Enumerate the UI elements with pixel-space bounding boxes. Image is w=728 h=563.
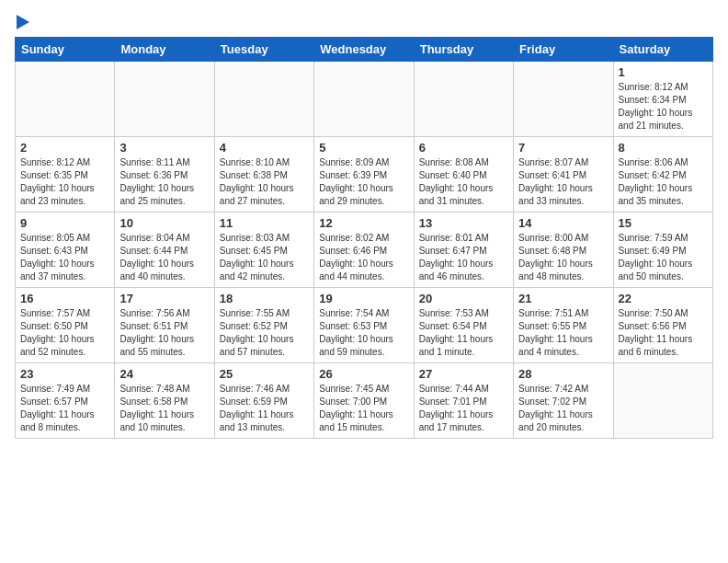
day-info: Sunrise: 7:45 AM Sunset: 7:00 PM Dayligh… bbox=[319, 383, 408, 434]
calendar-cell: 11Sunrise: 8:03 AM Sunset: 6:45 PM Dayli… bbox=[214, 213, 313, 288]
day-number: 23 bbox=[20, 367, 109, 381]
day-number: 9 bbox=[20, 216, 109, 230]
calendar-cell: 1Sunrise: 8:12 AM Sunset: 6:34 PM Daylig… bbox=[613, 62, 712, 137]
day-info: Sunrise: 8:12 AM Sunset: 6:35 PM Dayligh… bbox=[20, 156, 109, 208]
day-number: 2 bbox=[20, 141, 109, 155]
calendar-cell: 4Sunrise: 8:10 AM Sunset: 6:38 PM Daylig… bbox=[214, 137, 313, 213]
calendar-week-row: 16Sunrise: 7:57 AM Sunset: 6:50 PM Dayli… bbox=[16, 288, 713, 363]
calendar-header-row: SundayMondayTuesdayWednesdayThursdayFrid… bbox=[16, 38, 713, 62]
day-header-friday: Friday bbox=[514, 38, 613, 62]
day-info: Sunrise: 7:44 AM Sunset: 7:01 PM Dayligh… bbox=[419, 383, 508, 434]
day-header-sunday: Sunday bbox=[16, 38, 115, 62]
calendar-cell: 23Sunrise: 7:49 AM Sunset: 6:57 PM Dayli… bbox=[16, 363, 115, 439]
day-info: Sunrise: 8:08 AM Sunset: 6:40 PM Dayligh… bbox=[419, 156, 508, 208]
page-header bbox=[15, 15, 713, 29]
day-number: 27 bbox=[419, 367, 508, 381]
day-info: Sunrise: 7:46 AM Sunset: 6:59 PM Dayligh… bbox=[220, 383, 309, 434]
day-info: Sunrise: 8:02 AM Sunset: 6:46 PM Dayligh… bbox=[319, 232, 408, 283]
day-info: Sunrise: 7:50 AM Sunset: 6:56 PM Dayligh… bbox=[619, 307, 708, 359]
day-info: Sunrise: 8:06 AM Sunset: 6:42 PM Dayligh… bbox=[619, 156, 708, 208]
calendar-week-row: 2Sunrise: 8:12 AM Sunset: 6:35 PM Daylig… bbox=[16, 137, 713, 213]
calendar-cell: 18Sunrise: 7:55 AM Sunset: 6:52 PM Dayli… bbox=[214, 288, 313, 363]
calendar-cell bbox=[613, 363, 712, 439]
logo bbox=[15, 15, 29, 29]
calendar-week-row: 9Sunrise: 8:05 AM Sunset: 6:43 PM Daylig… bbox=[16, 213, 713, 288]
day-number: 13 bbox=[419, 216, 508, 230]
day-number: 22 bbox=[619, 292, 708, 305]
day-info: Sunrise: 7:49 AM Sunset: 6:57 PM Dayligh… bbox=[20, 383, 109, 434]
calendar-cell: 7Sunrise: 8:07 AM Sunset: 6:41 PM Daylig… bbox=[514, 137, 613, 213]
day-info: Sunrise: 7:55 AM Sunset: 6:52 PM Dayligh… bbox=[220, 307, 309, 359]
day-info: Sunrise: 8:03 AM Sunset: 6:45 PM Dayligh… bbox=[220, 232, 309, 283]
calendar-cell: 5Sunrise: 8:09 AM Sunset: 6:39 PM Daylig… bbox=[314, 137, 414, 213]
calendar-cell: 28Sunrise: 7:42 AM Sunset: 7:02 PM Dayli… bbox=[514, 363, 613, 439]
logo-arrow-icon bbox=[17, 15, 29, 29]
day-number: 4 bbox=[220, 141, 309, 155]
calendar-cell: 2Sunrise: 8:12 AM Sunset: 6:35 PM Daylig… bbox=[16, 137, 115, 213]
day-info: Sunrise: 7:42 AM Sunset: 7:02 PM Dayligh… bbox=[518, 383, 608, 434]
calendar-cell: 27Sunrise: 7:44 AM Sunset: 7:01 PM Dayli… bbox=[414, 363, 513, 439]
day-info: Sunrise: 8:01 AM Sunset: 6:47 PM Dayligh… bbox=[419, 232, 508, 283]
calendar-cell: 10Sunrise: 8:04 AM Sunset: 6:44 PM Dayli… bbox=[115, 213, 214, 288]
calendar-cell bbox=[514, 62, 613, 137]
calendar-cell bbox=[414, 62, 513, 137]
calendar-cell: 3Sunrise: 8:11 AM Sunset: 6:36 PM Daylig… bbox=[115, 137, 214, 213]
day-info: Sunrise: 8:10 AM Sunset: 6:38 PM Dayligh… bbox=[220, 156, 309, 208]
calendar-cell: 12Sunrise: 8:02 AM Sunset: 6:46 PM Dayli… bbox=[314, 213, 414, 288]
day-header-saturday: Saturday bbox=[613, 38, 712, 62]
day-header-wednesday: Wednesday bbox=[314, 38, 414, 62]
calendar-cell: 16Sunrise: 7:57 AM Sunset: 6:50 PM Dayli… bbox=[16, 288, 115, 363]
calendar-cell bbox=[16, 62, 115, 137]
day-number: 11 bbox=[220, 216, 309, 230]
day-number: 6 bbox=[419, 141, 508, 155]
day-info: Sunrise: 7:59 AM Sunset: 6:49 PM Dayligh… bbox=[619, 232, 708, 283]
calendar-cell bbox=[314, 62, 414, 137]
day-info: Sunrise: 8:11 AM Sunset: 6:36 PM Dayligh… bbox=[119, 156, 209, 208]
calendar-cell: 25Sunrise: 7:46 AM Sunset: 6:59 PM Dayli… bbox=[214, 363, 313, 439]
day-number: 1 bbox=[619, 65, 708, 79]
day-info: Sunrise: 8:09 AM Sunset: 6:39 PM Dayligh… bbox=[319, 156, 408, 208]
calendar-cell: 13Sunrise: 8:01 AM Sunset: 6:47 PM Dayli… bbox=[414, 213, 513, 288]
day-number: 20 bbox=[419, 292, 508, 305]
day-number: 7 bbox=[518, 141, 608, 155]
calendar-cell: 8Sunrise: 8:06 AM Sunset: 6:42 PM Daylig… bbox=[613, 137, 712, 213]
day-info: Sunrise: 7:57 AM Sunset: 6:50 PM Dayligh… bbox=[20, 307, 109, 359]
day-number: 19 bbox=[319, 292, 408, 305]
day-number: 25 bbox=[220, 367, 309, 381]
day-number: 8 bbox=[619, 141, 708, 155]
day-info: Sunrise: 7:54 AM Sunset: 6:53 PM Dayligh… bbox=[319, 307, 408, 359]
calendar-cell: 14Sunrise: 8:00 AM Sunset: 6:48 PM Dayli… bbox=[514, 213, 613, 288]
calendar-cell: 17Sunrise: 7:56 AM Sunset: 6:51 PM Dayli… bbox=[115, 288, 214, 363]
day-header-monday: Monday bbox=[115, 38, 214, 62]
calendar-cell: 24Sunrise: 7:48 AM Sunset: 6:58 PM Dayli… bbox=[115, 363, 214, 439]
day-number: 28 bbox=[518, 367, 608, 381]
day-number: 26 bbox=[319, 367, 408, 381]
day-number: 21 bbox=[518, 292, 608, 305]
day-info: Sunrise: 8:12 AM Sunset: 6:34 PM Dayligh… bbox=[619, 81, 708, 132]
day-info: Sunrise: 7:53 AM Sunset: 6:54 PM Dayligh… bbox=[419, 307, 508, 359]
day-info: Sunrise: 7:56 AM Sunset: 6:51 PM Dayligh… bbox=[119, 307, 209, 359]
day-number: 10 bbox=[119, 216, 209, 230]
day-number: 14 bbox=[518, 216, 608, 230]
day-info: Sunrise: 8:07 AM Sunset: 6:41 PM Dayligh… bbox=[518, 156, 608, 208]
day-info: Sunrise: 8:00 AM Sunset: 6:48 PM Dayligh… bbox=[518, 232, 608, 283]
calendar-cell: 22Sunrise: 7:50 AM Sunset: 6:56 PM Dayli… bbox=[613, 288, 712, 363]
day-number: 18 bbox=[220, 292, 309, 305]
day-number: 15 bbox=[619, 216, 708, 230]
day-number: 12 bbox=[319, 216, 408, 230]
calendar-cell: 26Sunrise: 7:45 AM Sunset: 7:00 PM Dayli… bbox=[314, 363, 414, 439]
calendar-cell: 21Sunrise: 7:51 AM Sunset: 6:55 PM Dayli… bbox=[514, 288, 613, 363]
day-number: 3 bbox=[119, 141, 209, 155]
day-info: Sunrise: 7:48 AM Sunset: 6:58 PM Dayligh… bbox=[119, 383, 209, 434]
day-number: 16 bbox=[20, 292, 109, 305]
calendar-cell: 6Sunrise: 8:08 AM Sunset: 6:40 PM Daylig… bbox=[414, 137, 513, 213]
calendar-cell: 9Sunrise: 8:05 AM Sunset: 6:43 PM Daylig… bbox=[16, 213, 115, 288]
day-info: Sunrise: 7:51 AM Sunset: 6:55 PM Dayligh… bbox=[518, 307, 608, 359]
day-info: Sunrise: 8:05 AM Sunset: 6:43 PM Dayligh… bbox=[20, 232, 109, 283]
calendar-week-row: 1Sunrise: 8:12 AM Sunset: 6:34 PM Daylig… bbox=[16, 62, 713, 137]
calendar-cell: 19Sunrise: 7:54 AM Sunset: 6:53 PM Dayli… bbox=[314, 288, 414, 363]
day-number: 5 bbox=[319, 141, 408, 155]
day-number: 24 bbox=[119, 367, 209, 381]
day-header-thursday: Thursday bbox=[414, 38, 513, 62]
calendar-cell bbox=[214, 62, 313, 137]
